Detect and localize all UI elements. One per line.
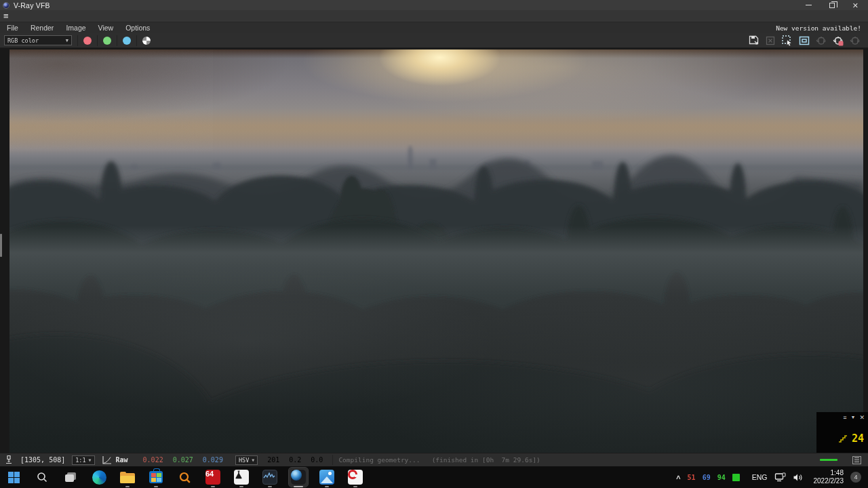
blue-value: 0.029 bbox=[203, 456, 223, 464]
chevron-down-icon: ▼ bbox=[66, 38, 68, 43]
log-panel-icon[interactable] bbox=[852, 456, 861, 464]
vray-app-icon bbox=[3, 2, 9, 9]
waveform-icon bbox=[262, 470, 277, 485]
overlay-close-icon[interactable]: ✕ bbox=[859, 414, 865, 421]
pixel-probe-pin-icon[interactable] bbox=[4, 455, 14, 465]
app-64-icon: 64 bbox=[205, 470, 220, 485]
windows-logo-icon bbox=[8, 472, 20, 483]
tray-chevron-icon[interactable]: ∧ bbox=[675, 474, 682, 481]
render-status-message: Compiling geometry... (finished in [0h 7… bbox=[332, 455, 545, 465]
statusbar-right bbox=[820, 456, 864, 464]
vray-sphere-icon bbox=[291, 470, 306, 485]
save-image-icon[interactable] bbox=[747, 35, 760, 47]
display-region-icon[interactable] bbox=[798, 35, 810, 47]
menu-view[interactable]: View bbox=[98, 24, 114, 32]
folder-icon bbox=[120, 472, 135, 483]
toolbar-divider bbox=[97, 35, 98, 46]
menu-render[interactable]: Render bbox=[31, 24, 54, 32]
hw-monitor-button[interactable] bbox=[260, 468, 279, 487]
red-ring-app-button[interactable] bbox=[346, 468, 365, 487]
close-icon[interactable]: ✕ bbox=[852, 2, 859, 9]
hue-value: 201 bbox=[267, 456, 279, 464]
toolbar-divider bbox=[136, 35, 137, 46]
flask-app-button[interactable] bbox=[232, 468, 251, 487]
green-monitor-icon[interactable] bbox=[732, 474, 740, 481]
render-viewport: ≡ ▼ ✕ 24 bbox=[0, 48, 868, 453]
red-channel-button[interactable] bbox=[83, 37, 92, 45]
overlay-menu-icon[interactable]: ≡ bbox=[843, 414, 846, 421]
new-version-notice[interactable]: New version available! bbox=[776, 24, 861, 32]
pixel-coordinates: [1305, 508] bbox=[20, 456, 65, 464]
toolbar: RGB color ▼ bbox=[0, 33, 868, 48]
channel-dropdown-value: RGB color bbox=[7, 37, 39, 44]
rgb-readout: 0.022 0.027 0.029 bbox=[143, 456, 223, 464]
system-tray: ∧ 51 69 94 ENG 1:48 2022/2/23 4 bbox=[676, 469, 864, 486]
language-indicator[interactable]: ENG bbox=[752, 473, 768, 481]
monitor-value-red[interactable]: 51 bbox=[688, 474, 696, 481]
tray-time: 1:48 bbox=[814, 469, 844, 478]
alpha-channel-icon[interactable] bbox=[142, 37, 151, 45]
red-ring-icon bbox=[348, 470, 363, 485]
restore-icon[interactable] bbox=[829, 3, 835, 8]
panel-splitter-handle[interactable] bbox=[0, 234, 2, 257]
green-channel-button[interactable] bbox=[103, 37, 111, 45]
title-bar: V-Ray VFB ✕ bbox=[0, 0, 868, 10]
minimize-icon[interactable] bbox=[806, 5, 812, 6]
passes-counter: 24 bbox=[838, 432, 864, 445]
task-view-icon bbox=[64, 471, 77, 483]
everything-search-button[interactable] bbox=[175, 468, 194, 487]
microsoft-store-button[interactable] bbox=[146, 468, 165, 487]
render-stop-icon bbox=[849, 35, 861, 47]
menu-image[interactable]: Image bbox=[66, 24, 85, 32]
overlay-collapse-icon[interactable]: ▼ bbox=[851, 414, 856, 421]
zoom-dropdown[interactable]: 1:1 ▼ bbox=[72, 455, 94, 465]
menu-file[interactable]: File bbox=[7, 24, 18, 32]
quick-access-row: ≡ bbox=[0, 10, 868, 22]
taskbar-search-button[interactable] bbox=[33, 468, 52, 487]
toolbar-divider bbox=[117, 35, 117, 46]
value-value: 0.0 bbox=[311, 456, 323, 464]
red-value: 0.022 bbox=[143, 456, 163, 464]
colorspace-dropdown[interactable]: HSV ▼ bbox=[235, 455, 258, 465]
menu-options[interactable]: Options bbox=[125, 24, 150, 32]
chevron-down-icon: ▼ bbox=[89, 458, 92, 463]
green-value: 0.027 bbox=[173, 456, 193, 464]
vray-taskbar-button[interactable] bbox=[289, 468, 308, 487]
channel-dropdown[interactable]: RGB color ▼ bbox=[4, 35, 72, 45]
edge-button[interactable] bbox=[90, 468, 108, 487]
blue-channel-button[interactable] bbox=[123, 37, 131, 45]
app-64-button[interactable]: 64 bbox=[203, 468, 222, 487]
zoom-value: 1:1 bbox=[75, 457, 85, 464]
speaker-icon[interactable] bbox=[793, 473, 803, 482]
clock[interactable]: 1:48 2022/2/23 bbox=[814, 469, 844, 486]
file-explorer-button[interactable] bbox=[118, 468, 137, 487]
rendered-image[interactable] bbox=[9, 49, 863, 453]
start-button[interactable] bbox=[4, 468, 23, 487]
region-render-icon[interactable] bbox=[781, 35, 793, 47]
toolbar-right-icons bbox=[747, 35, 864, 47]
vray-vfb-window: V-Ray VFB ✕ ≡ File Render Image View Opt… bbox=[0, 0, 868, 488]
task-view-button[interactable] bbox=[61, 468, 80, 487]
render-teapot-icon[interactable] bbox=[832, 35, 844, 47]
tray-date: 2022/2/23 bbox=[814, 477, 844, 486]
color-mode-label[interactable]: Raw bbox=[116, 456, 128, 464]
orange-search-icon bbox=[178, 471, 191, 484]
photos-button[interactable] bbox=[317, 468, 336, 487]
stats-overlay-controls: ≡ ▼ ✕ bbox=[816, 412, 868, 421]
search-icon bbox=[36, 471, 48, 483]
passes-chart-icon bbox=[838, 434, 848, 443]
taskbar-apps: 64 bbox=[4, 468, 365, 487]
notification-badge[interactable]: 4 bbox=[850, 472, 861, 483]
render-last-icon bbox=[815, 35, 827, 47]
monitor-value-blue[interactable]: 69 bbox=[703, 474, 711, 481]
flask-icon bbox=[234, 470, 249, 485]
network-icon[interactable] bbox=[774, 472, 786, 482]
chevron-down-icon: ▼ bbox=[252, 458, 254, 463]
colorspace-value: HSV bbox=[239, 457, 249, 464]
passes-count: 24 bbox=[852, 432, 864, 445]
monitor-value-green[interactable]: 94 bbox=[717, 474, 726, 481]
hamburger-icon[interactable]: ≡ bbox=[3, 12, 9, 20]
tone-curve-icon[interactable] bbox=[102, 455, 112, 465]
window-controls: ✕ bbox=[806, 2, 865, 9]
saturation-value: 0.2 bbox=[289, 456, 301, 464]
